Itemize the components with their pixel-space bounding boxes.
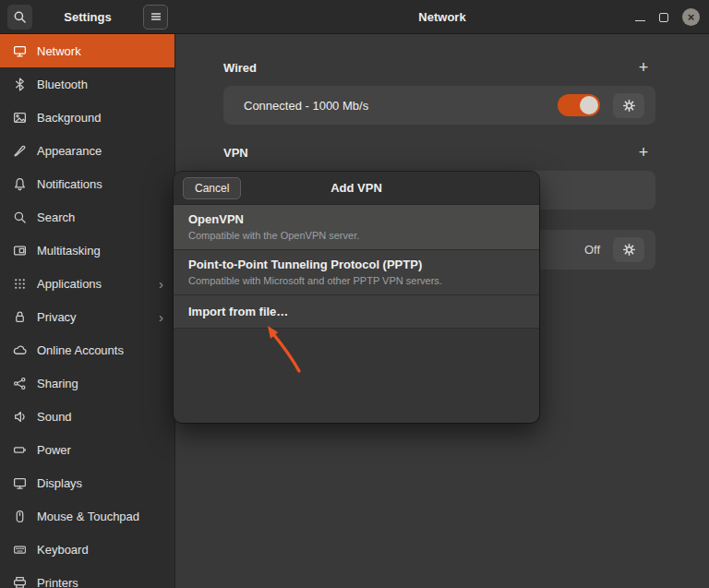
option-title: Point-to-Point Tunneling Protocol (PPTP) — [188, 258, 524, 271]
sidebar-item-label: Keyboard — [37, 543, 89, 557]
option-subtitle: Compatible with the OpenVPN server. — [188, 230, 524, 241]
hamburger-icon — [150, 10, 162, 23]
close-button[interactable]: × — [682, 8, 700, 26]
sidebar: Network Bluetooth Background — [0, 34, 175, 588]
mouse-icon — [12, 509, 27, 523]
vpn-section-title: VPN — [223, 146, 248, 160]
cancel-button[interactable]: Cancel — [183, 177, 241, 199]
sidebar-item-applications[interactable]: Applications › — [0, 267, 174, 300]
sidebar-item-appearance[interactable]: Appearance — [0, 134, 174, 167]
wired-connection-row: Connected - 1000 Mb/s — [223, 86, 655, 125]
maximize-icon — [659, 13, 668, 22]
proxy-settings-button[interactable] — [613, 237, 644, 262]
headerbar-left: Settings — [0, 0, 175, 33]
sidebar-item-search[interactable]: Search — [0, 200, 174, 234]
lock-icon — [12, 309, 27, 324]
wired-section-title: Wired — [223, 61, 257, 75]
sidebar-item-label: Appearance — [37, 144, 102, 158]
minimize-icon — [635, 20, 645, 22]
window-controls: × — [635, 0, 700, 34]
sidebar-item-online-accounts[interactable]: Online Accounts — [0, 333, 174, 366]
sidebar-item-label: Applications — [37, 277, 102, 291]
wired-toggle[interactable] — [558, 94, 600, 116]
sidebar-item-label: Multitasking — [37, 244, 101, 258]
option-subtitle: Compatible with Microsoft and other PPTP… — [188, 275, 524, 286]
sidebar-item-label: Online Accounts — [37, 343, 124, 357]
toggle-knob — [580, 96, 598, 114]
settings-window: Settings Network × Network — [0, 0, 709, 588]
vpn-section-header: VPN + — [223, 145, 655, 160]
background-icon — [12, 110, 27, 125]
monitor-icon — [12, 475, 27, 490]
vpn-option-openvpn[interactable]: OpenVPN Compatible with the OpenVPN serv… — [174, 205, 539, 250]
sidebar-item-label: Printers — [37, 576, 78, 588]
sidebar-item-displays[interactable]: Displays — [0, 466, 174, 499]
sidebar-item-keyboard[interactable]: Keyboard — [0, 533, 174, 566]
sidebar-item-label: Privacy — [37, 310, 77, 324]
dialog-header: Cancel Add VPN — [174, 172, 539, 205]
add-vpn-dialog: Cancel Add VPN OpenVPN Compatible with t… — [174, 172, 539, 423]
keyboard-icon — [12, 542, 27, 557]
app-title: Settings — [32, 10, 143, 24]
sidebar-item-sound[interactable]: Sound — [0, 400, 174, 433]
printer-icon — [12, 575, 27, 588]
search-icon — [12, 210, 27, 224]
app-grid-icon — [12, 276, 27, 291]
speaker-icon — [12, 409, 27, 424]
vpn-option-pptp[interactable]: Point-to-Point Tunneling Protocol (PPTP)… — [174, 250, 539, 295]
multitasking-icon — [12, 243, 27, 258]
sidebar-item-label: Network — [37, 44, 81, 58]
sidebar-item-label: Mouse & Touchpad — [37, 510, 139, 523]
option-title: Import from file… — [188, 305, 524, 318]
search-button[interactable] — [7, 5, 32, 30]
sidebar-item-label: Sound — [37, 410, 72, 424]
chevron-right-icon: › — [159, 276, 163, 292]
wired-section-header: Wired + — [223, 60, 655, 75]
share-icon — [12, 376, 27, 390]
close-icon: × — [688, 11, 695, 23]
bell-icon — [12, 176, 27, 191]
sidebar-item-printers[interactable]: Printers — [0, 566, 174, 588]
wired-settings-button[interactable] — [613, 93, 644, 118]
sidebar-item-label: Power — [37, 443, 71, 457]
chevron-right-icon: › — [159, 309, 163, 325]
appearance-icon — [12, 143, 27, 158]
minimize-button[interactable] — [635, 13, 645, 22]
wired-card: Connected - 1000 Mb/s — [223, 86, 655, 125]
sidebar-item-background[interactable]: Background — [0, 101, 174, 134]
sidebar-item-notifications[interactable]: Notifications — [0, 167, 174, 200]
sidebar-item-label: Search — [37, 210, 75, 224]
sidebar-item-privacy[interactable]: Privacy › — [0, 300, 174, 333]
sidebar-item-label: Notifications — [37, 177, 102, 191]
sidebar-item-label: Displays — [37, 476, 82, 490]
add-wired-button[interactable]: + — [631, 56, 655, 78]
search-icon — [13, 10, 27, 24]
add-vpn-button[interactable]: + — [631, 141, 655, 163]
network-icon — [12, 43, 27, 58]
sidebar-item-label: Sharing — [37, 377, 78, 390]
sidebar-item-bluetooth[interactable]: Bluetooth — [0, 67, 174, 101]
sidebar-item-label: Background — [37, 111, 101, 125]
bluetooth-icon — [12, 77, 27, 91]
proxy-status: Off — [584, 243, 600, 257]
sidebar-item-power[interactable]: Power — [0, 433, 174, 466]
sidebar-item-label: Bluetooth — [37, 78, 88, 91]
vpn-option-import-from-file[interactable]: Import from file… — [174, 295, 539, 329]
cloud-icon — [12, 342, 27, 357]
maximize-button[interactable] — [659, 13, 668, 22]
gear-icon — [622, 243, 636, 257]
gear-icon — [622, 99, 636, 113]
page-title: Network — [175, 10, 709, 24]
sidebar-item-mouse-touchpad[interactable]: Mouse & Touchpad — [0, 499, 174, 533]
headerbar: Settings Network × — [0, 0, 709, 34]
menu-button[interactable] — [143, 5, 168, 30]
sidebar-item-sharing[interactable]: Sharing — [0, 366, 174, 400]
sidebar-item-multitasking[interactable]: Multitasking — [0, 234, 174, 267]
option-title: OpenVPN — [188, 212, 524, 226]
battery-icon — [12, 442, 27, 457]
wired-connection-label: Connected - 1000 Mb/s — [244, 99, 558, 113]
sidebar-item-network[interactable]: Network — [0, 34, 174, 67]
